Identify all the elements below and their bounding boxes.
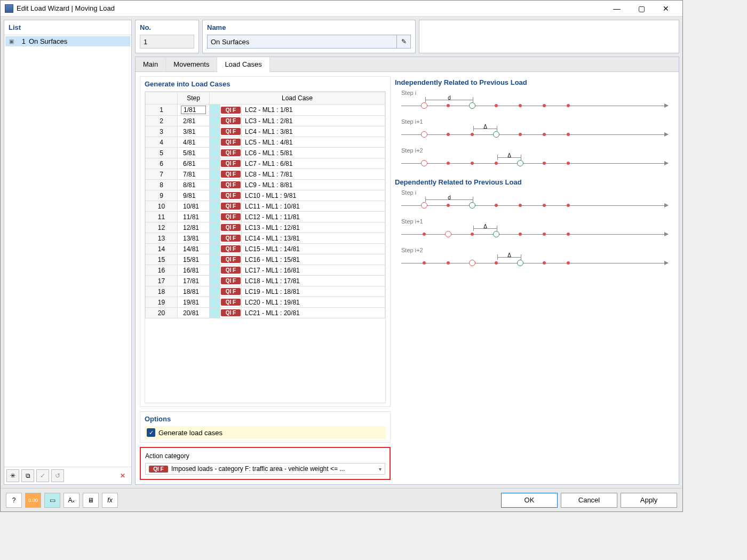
tab-main[interactable]: Main <box>136 57 166 71</box>
table-row[interactable]: 11 QI F LC12 - ML1 : 11/81 <box>146 212 385 222</box>
step-cell[interactable] <box>181 309 206 317</box>
step-cell[interactable] <box>181 224 206 231</box>
step-cell[interactable] <box>181 106 206 114</box>
name-box: Name ✎ <box>202 20 416 53</box>
blank-panel <box>419 20 679 53</box>
close-button[interactable]: ✕ <box>654 1 678 16</box>
step-cell[interactable] <box>181 149 206 157</box>
fx-button[interactable]: fx <box>102 493 118 508</box>
new-button[interactable]: ✳ <box>6 469 19 482</box>
action-category-select[interactable]: QI F Imposed loads - category F: traffic… <box>145 463 385 475</box>
table-row[interactable]: 15 QI F LC16 - ML1 : 15/81 <box>146 254 385 265</box>
help-button[interactable]: ? <box>6 493 22 508</box>
table-row[interactable]: 17 QI F LC18 - ML1 : 17/81 <box>146 276 385 286</box>
window-title: Edit Load Wizard | Moving Load <box>17 4 605 12</box>
step-cell[interactable] <box>181 288 206 295</box>
step-cell[interactable] <box>181 277 206 285</box>
table-row[interactable]: 10 QI F LC11 - ML1 : 10/81 <box>146 201 385 212</box>
step-cell[interactable] <box>181 128 206 135</box>
name-field[interactable] <box>207 35 397 49</box>
table-row[interactable]: 8 QI F LC9 - ML1 : 8/81 <box>146 180 385 190</box>
check-button[interactable]: ✓ <box>36 469 49 482</box>
app-icon <box>5 4 13 13</box>
tab-movements[interactable]: Movements <box>166 57 217 71</box>
settings-button[interactable]: Aₓ <box>63 493 80 508</box>
reset-button[interactable]: ↺ <box>51 469 64 482</box>
step-cell[interactable] <box>181 235 206 242</box>
step-cell[interactable] <box>181 117 206 125</box>
ok-button[interactable]: OK <box>501 493 558 508</box>
table-row[interactable]: 12 QI F LC13 - ML1 : 12/81 <box>146 222 385 233</box>
step-cell[interactable] <box>181 203 206 210</box>
step-cell[interactable] <box>181 245 206 253</box>
table-row[interactable]: 19 QI F LC20 - ML1 : 19/81 <box>146 297 385 308</box>
table-row[interactable]: 2 QI F LC3 - ML1 : 2/81 <box>146 116 385 126</box>
action-category-panel: Action category QI F Imposed loads - cat… <box>140 447 391 480</box>
display-button[interactable]: 🖥 <box>83 493 99 508</box>
table-row[interactable]: 18 QI F LC19 - ML1 : 18/81 <box>146 286 385 297</box>
step-cell[interactable] <box>181 192 206 199</box>
table-row[interactable]: 9 QI F LC10 - ML1 : 9/81 <box>146 190 385 201</box>
table-row[interactable]: 20 QI F LC21 - ML1 : 20/81 <box>146 308 385 318</box>
grid-title: Generate into Load Cases <box>145 80 386 88</box>
list-item[interactable]: ▣ 1 On Surfaces <box>5 36 130 46</box>
step-cell[interactable] <box>181 139 206 146</box>
step-cell[interactable] <box>181 171 206 178</box>
step-cell[interactable] <box>181 213 206 221</box>
checkbox-icon: ✓ <box>147 428 155 437</box>
step-cell[interactable] <box>181 160 206 167</box>
list-panel: List ▣ 1 On Surfaces ✳ ⧉ ✓ ↺ ✕ <box>4 20 132 485</box>
delete-button[interactable]: ✕ <box>116 469 129 482</box>
step-cell[interactable] <box>181 181 206 189</box>
apply-button[interactable]: Apply <box>621 493 677 508</box>
copy-button[interactable]: ⧉ <box>21 469 34 482</box>
table-row[interactable]: 16 QI F LC17 - ML1 : 16/81 <box>146 265 385 276</box>
table-row[interactable]: 14 QI F LC15 - ML1 : 14/81 <box>146 244 385 254</box>
diagram-panel: Independently Related to Previous Load S… <box>395 76 674 480</box>
options-title: Options <box>145 415 386 423</box>
expand-icon[interactable]: ▣ <box>9 38 14 44</box>
cancel-button[interactable]: Cancel <box>561 493 617 508</box>
step-cell[interactable] <box>181 267 206 274</box>
table-row[interactable]: 7 QI F LC8 - ML1 : 7/81 <box>146 169 385 180</box>
chevron-down-icon: ▾ <box>379 466 382 472</box>
table-row[interactable]: 5 QI F LC6 - ML1 : 5/81 <box>146 148 385 158</box>
no-field[interactable] <box>140 35 194 49</box>
view-button[interactable]: ▭ <box>44 493 60 508</box>
list-header: List <box>4 20 131 35</box>
maximize-button[interactable]: ▢ <box>629 1 654 16</box>
no-box: No. <box>135 20 199 53</box>
edit-name-button[interactable]: ✎ <box>397 35 411 49</box>
table-row[interactable]: 3 QI F LC4 - ML1 : 3/81 <box>146 126 385 137</box>
table-row[interactable]: 4 QI F LC5 - ML1 : 4/81 <box>146 137 385 148</box>
generate-checkbox[interactable]: ✓ Generate load cases <box>145 426 386 439</box>
loadcases-grid[interactable]: Step Load Case 1 QI F LC2 - ML1 : 1/812 … <box>145 92 385 318</box>
table-row[interactable]: 6 QI F LC7 - ML1 : 6/81 <box>146 158 385 169</box>
step-cell[interactable] <box>181 256 206 263</box>
units-button[interactable]: 0.00 <box>25 493 41 508</box>
table-row[interactable]: 13 QI F LC14 - ML1 : 13/81 <box>146 233 385 244</box>
tab-load-cases[interactable]: Load Cases <box>217 57 269 72</box>
tabs: Main Movements Load Cases <box>136 57 679 72</box>
step-cell[interactable] <box>181 299 206 306</box>
minimize-button[interactable]: — <box>605 1 629 16</box>
titlebar: Edit Load Wizard | Moving Load — ▢ ✕ <box>1 1 682 17</box>
table-row[interactable]: 1 QI F LC2 - ML1 : 1/81 <box>146 105 385 116</box>
